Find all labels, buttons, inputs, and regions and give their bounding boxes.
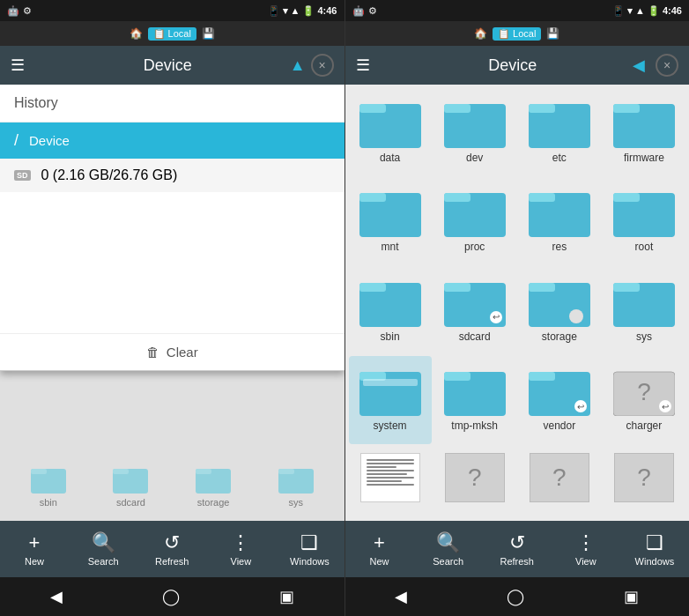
location-badge-right[interactable]: 📋 Local [493, 27, 541, 41]
close-icon-right: × [663, 58, 670, 72]
windows-button-right[interactable]: ❑ Windows [628, 531, 681, 567]
view-button-right[interactable]: ⋮ View [559, 531, 612, 567]
view-button-left[interactable]: ⋮ View [214, 531, 267, 567]
dimmed-label-storage: storage [197, 497, 230, 508]
folder-vendor[interactable]: ↩ vendor [518, 356, 601, 443]
folder-icon-sbin [359, 274, 421, 327]
folder-system[interactable]: system [349, 356, 432, 443]
folder-etc[interactable]: etc [518, 88, 601, 175]
bottom-toolbar-right: + New 🔍 Search ↺ Refresh ⋮ View ❑ Window… [345, 521, 690, 577]
status-icons-left: 🤖 ⚙ [7, 5, 32, 17]
windows-button-left[interactable]: ❑ Windows [283, 531, 336, 567]
new-button-left[interactable]: + New [8, 531, 61, 567]
bottom-toolbar-left: + New 🔍 Search ↺ Refresh ⋮ View ❑ Window… [0, 521, 344, 577]
svg-rect-13 [529, 104, 555, 113]
circle-indicator-storage [569, 309, 583, 323]
dimmed-sbin: sbin [31, 464, 66, 508]
history-title: History [0, 85, 344, 122]
folder-label-vendor: vendor [543, 419, 575, 432]
svg-rect-23 [613, 193, 640, 202]
recents-button-right[interactable]: ▣ [624, 587, 639, 606]
close-button-right[interactable]: × [656, 54, 678, 77]
folder-mnt[interactable]: mnt [349, 177, 432, 264]
view-label-left: View [231, 556, 252, 567]
folder-icon-root [613, 184, 675, 237]
dimmed-label-sdcard: sdcard [116, 497, 145, 508]
time-left: 4:46 [317, 5, 337, 16]
back-button-right[interactable]: ◀ [395, 587, 407, 606]
folder-sdcard[interactable]: ↩ sdcard [433, 267, 516, 354]
close-button-left[interactable]: × [311, 54, 334, 77]
sd-icon-right: 💾 [546, 27, 559, 40]
dimmed-sys: sys [278, 464, 314, 508]
settings-icon-right: ⚙ [368, 5, 377, 17]
folder-label-sdcard: sdcard [459, 330, 491, 343]
signal-icon-right: ▲ [635, 5, 645, 16]
history-item-sd[interactable]: SD 0 (2.16 GB/26.76 GB) [0, 159, 344, 192]
view-icon-right: ⋮ [576, 531, 596, 554]
search-icon-left: 🔍 [92, 531, 115, 554]
svg-rect-36 [444, 372, 470, 381]
svg-rect-34 [363, 379, 418, 386]
new-label-right: New [370, 556, 389, 567]
home-icon-right: 🏠 [474, 27, 487, 40]
search-button-left[interactable]: 🔍 Search [77, 531, 130, 567]
recents-button-left[interactable]: ▣ [279, 587, 294, 606]
search-button-right[interactable]: 🔍 Search [422, 531, 475, 567]
history-clear-button[interactable]: 🗑 Clear [0, 333, 344, 370]
status-icons-right: 🤖 ⚙ [352, 5, 377, 17]
location-label-left: Local [168, 28, 191, 39]
trash-icon: 🗑 [146, 345, 159, 360]
refresh-button-left[interactable]: ↺ Refresh [145, 531, 198, 567]
hamburger-menu-left[interactable]: ☰ [11, 56, 25, 75]
folder-label-dev: dev [466, 152, 483, 164]
windows-icon-right: ❑ [646, 531, 663, 554]
folder-tmp-mksh[interactable]: tmp-mksh [433, 356, 516, 443]
file-document[interactable] [349, 446, 432, 517]
file-unknown-2[interactable]: ? [518, 446, 601, 517]
folder-sbin[interactable]: sbin [349, 267, 432, 354]
document-icon [360, 453, 420, 502]
folder-storage[interactable]: storage [518, 267, 601, 354]
unknown-icon-3: ? [614, 453, 674, 502]
dimmed-label-sbin: sbin [40, 497, 57, 508]
history-device-label: Device [29, 133, 70, 148]
home-button-left[interactable]: ◯ [162, 587, 180, 606]
svg-rect-1 [31, 469, 47, 474]
nav-bar-right: ◀ ◯ ▣ [345, 577, 690, 616]
folder-res[interactable]: res [518, 177, 601, 264]
folder-charger[interactable]: ? ↩ charger [603, 356, 685, 443]
nav-bar-left: ◀ ◯ ▣ [0, 577, 344, 616]
clear-label: Clear [167, 345, 198, 360]
svg-rect-27 [444, 283, 470, 292]
svg-rect-3 [113, 469, 129, 474]
folder-firmware[interactable]: firmware [603, 88, 685, 175]
folder-icon-dev [444, 95, 506, 148]
folder-label-etc: etc [552, 152, 567, 164]
location-bar-left: 🏠 📋 Local 💾 [0, 21, 344, 46]
arrow-up-icon: ▲ [290, 56, 306, 75]
file-unknown-1[interactable]: ? [433, 446, 516, 517]
dimmed-label-sys: sys [288, 497, 303, 508]
folder-dev[interactable]: dev [433, 88, 516, 175]
history-item-device[interactable]: / Device [0, 122, 344, 159]
unknown-icon-2: ? [530, 453, 589, 502]
folder-root[interactable]: root [603, 177, 685, 264]
title-bar-right: ☰ Device ◀ × [345, 46, 690, 85]
folder-proc[interactable]: proc [433, 177, 516, 264]
plus-icon-left: + [29, 531, 41, 554]
folder-label-sys: sys [636, 330, 652, 343]
back-button-left[interactable]: ◀ [50, 587, 63, 606]
dimmed-storage: storage [196, 464, 231, 508]
folder-icon-firmware [613, 95, 675, 148]
home-button-right[interactable]: ◯ [507, 587, 524, 606]
location-badge-left[interactable]: 📋 Local [148, 27, 196, 41]
hamburger-menu-right[interactable]: ☰ [356, 56, 370, 75]
file-unknown-3[interactable]: ? [603, 446, 685, 517]
home-icon-left: 🏠 [130, 27, 143, 40]
refresh-button-right[interactable]: ↺ Refresh [491, 531, 544, 567]
folder-data[interactable]: data [349, 88, 432, 175]
folder-icon-tmp-mksh [444, 363, 506, 416]
new-button-right[interactable]: + New [353, 531, 406, 567]
folder-sys[interactable]: sys [603, 267, 685, 354]
